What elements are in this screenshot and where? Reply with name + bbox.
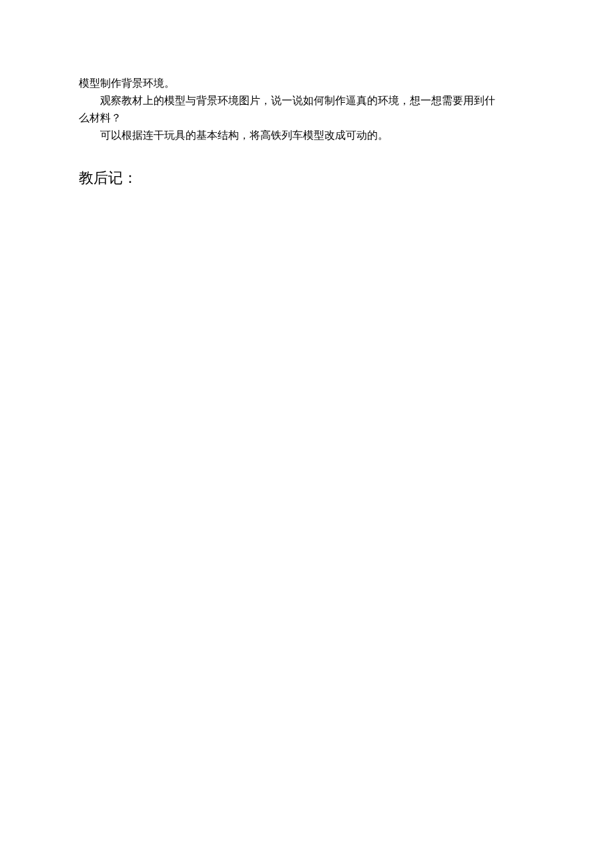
paragraph-line-3: 么材料？ [79,109,535,127]
section-heading: 教后记： [79,168,535,188]
body-text-block: 模型制作背景环境。 观察教材上的模型与背景环境图片，说一说如何制作逼真的环境，想… [79,75,535,144]
document-page: 模型制作背景环境。 观察教材上的模型与背景环境图片，说一说如何制作逼真的环境，想… [0,0,614,188]
paragraph-line-4: 可以根据连干玩具的基本结构，将高铁列车模型改成可动的。 [79,127,535,144]
paragraph-line-2: 观察教材上的模型与背景环境图片，说一说如何制作逼真的环境，想一想需要用到什 [79,92,535,109]
paragraph-line-1: 模型制作背景环境。 [79,75,535,92]
